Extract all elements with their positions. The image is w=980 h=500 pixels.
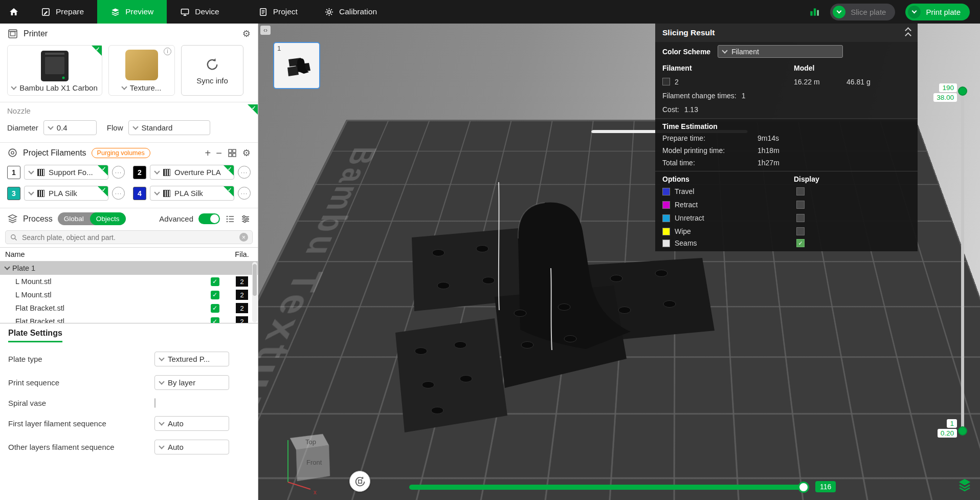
sidebar-collapse-handle[interactable]: ‹› [260, 26, 271, 35]
filament-1-badge[interactable]: 1 [7, 166, 20, 179]
filament-settings-gear-icon[interactable]: ⚙ [242, 148, 251, 158]
home-button[interactable] [0, 0, 28, 24]
filament-3-options-icon[interactable]: ··· [112, 187, 125, 200]
plate-type-field-select[interactable]: Textured P... [154, 352, 229, 366]
object-row[interactable]: L Mount.stl ✓ 2 [0, 288, 258, 301]
object-visible-checkbox[interactable]: ✓ [211, 291, 219, 299]
object-filament-badge[interactable]: 2 [236, 316, 248, 323]
remove-filament-icon[interactable]: − [216, 148, 222, 158]
travel-checkbox[interactable] [796, 187, 805, 195]
filaments-section-header: Project Filaments Purging volumes + − ⚙ [0, 143, 258, 163]
print-sequence-select[interactable]: By layer [154, 375, 229, 390]
filament-1-select[interactable]: Support Fo... [24, 165, 108, 180]
layer-slider-bottom-handle[interactable] [958, 426, 967, 436]
diameter-label: Diameter [7, 123, 38, 132]
print-plate-button[interactable]: Print plate [905, 4, 970, 20]
tab-calibration[interactable]: Calibration [311, 0, 390, 24]
scrollbar-thumb[interactable] [253, 264, 257, 296]
print-dropdown-chevron[interactable] [908, 6, 921, 18]
color-scheme-value: Filament [731, 48, 759, 56]
object-row[interactable]: Flat Bracket.stl ✓ 2 [0, 301, 258, 315]
object-row[interactable]: Flat Bracket.stl ✓ 2 [0, 315, 258, 323]
ams-icon[interactable] [227, 148, 237, 158]
filament-1-options-icon[interactable]: ··· [112, 166, 125, 179]
slice-plate-button[interactable]: Slice plate [830, 4, 895, 20]
layers-view-button[interactable] [957, 477, 972, 492]
color-scheme-select[interactable]: Filament [718, 45, 843, 58]
advanced-label: Advanced [159, 214, 193, 223]
object-filament-badge[interactable]: 2 [236, 303, 248, 313]
retract-checkbox[interactable] [796, 201, 805, 209]
other-layers-sequence-label: Other layers filament sequence [8, 443, 136, 451]
plate-texture-image [125, 50, 158, 80]
stats-icon[interactable] [809, 6, 820, 17]
process-list-icon[interactable] [225, 214, 235, 224]
object-row[interactable]: L Mount.stl ✓ 2 [0, 275, 258, 288]
view-rotate-button[interactable] [349, 471, 370, 492]
filament-2-select[interactable]: Overture PLA [150, 165, 234, 180]
advanced-toggle[interactable] [198, 213, 220, 224]
plate-info-icon[interactable]: i [164, 48, 171, 55]
print-sequence-label: Print sequence [8, 378, 136, 387]
plate-row[interactable]: Plate 1 [0, 262, 258, 275]
unretract-checkbox[interactable] [796, 214, 805, 222]
tab-calibration-label: Calibration [339, 7, 377, 16]
tab-prepare[interactable]: Prepare [28, 0, 97, 24]
object-filament-badge[interactable]: 2 [236, 290, 248, 300]
plate-type-select[interactable]: Texture... [122, 83, 162, 92]
viewport-3d[interactable]: Bambu Textured PEI Plate ‹› 1 [258, 24, 980, 500]
filament-3-name: PLA Silk [49, 189, 77, 198]
slicing-result-title: Slicing Result [662, 28, 715, 37]
object-visible-checkbox[interactable]: ✓ [211, 304, 219, 313]
slice-dropdown-chevron[interactable] [833, 6, 845, 18]
progress-handle[interactable] [798, 482, 809, 493]
process-tune-icon[interactable] [240, 214, 251, 224]
printer-settings-gear-icon[interactable]: ⚙ [242, 29, 251, 38]
scope-objects-button[interactable]: Objects [90, 212, 126, 225]
slicing-result-header[interactable]: Slicing Result [655, 24, 918, 42]
seams-checkbox[interactable]: ✓ [796, 239, 805, 247]
collapse-panel-icon[interactable] [906, 28, 910, 38]
filament-2-badge[interactable]: 2 [133, 166, 146, 179]
plate-settings-title[interactable]: Plate Settings [8, 329, 62, 342]
filament-3-badge[interactable]: 3 [7, 187, 20, 200]
plate-thumbnail-1[interactable]: 1 [273, 42, 320, 89]
diameter-select[interactable]: 0.4 [43, 120, 97, 135]
scope-global-button[interactable]: Global [58, 212, 90, 225]
printer-card[interactable]: Bambu Lab X1 Carbon [7, 45, 102, 96]
printer-model-select[interactable]: Bambu Lab X1 Carbon [12, 83, 98, 92]
tab-device-label: Device [195, 7, 219, 16]
filament-2-options-icon[interactable]: ··· [238, 166, 251, 179]
sync-icon [205, 57, 220, 72]
table-scrollbar[interactable] [252, 262, 257, 322]
layer-range-slider[interactable]: 190 38.00 1 0.20 [961, 91, 964, 431]
first-layer-sequence-select[interactable]: Auto [154, 416, 229, 431]
spool-icon [37, 169, 44, 176]
object-visible-checkbox[interactable]: ✓ [211, 277, 219, 286]
filament-4-badge[interactable]: 4 [133, 187, 146, 200]
search-input[interactable] [22, 233, 235, 242]
search-clear-icon[interactable]: × [239, 233, 248, 242]
filament-4-options-icon[interactable]: ··· [238, 187, 251, 200]
spiral-vase-checkbox[interactable] [154, 398, 155, 408]
model-printing-time-value: 1h18m [758, 146, 779, 155]
add-filament-icon[interactable]: + [205, 148, 211, 158]
object-visible-checkbox[interactable]: ✓ [211, 317, 219, 323]
total-time-value: 1h27m [758, 159, 779, 167]
sync-info-button[interactable]: Sync info [181, 45, 243, 96]
tab-preview[interactable]: Preview [97, 0, 167, 24]
object-filament-badge[interactable]: 2 [236, 276, 248, 287]
wipe-checkbox[interactable] [796, 227, 805, 235]
tab-project-label: Project [273, 7, 298, 16]
tab-device[interactable]: Device [167, 0, 232, 24]
layer-slider-top-handle[interactable] [958, 86, 967, 96]
other-layers-sequence-select[interactable]: Auto [154, 440, 229, 454]
purging-volumes-button[interactable]: Purging volumes [92, 148, 150, 158]
filament-4-select[interactable]: PLA Silk [150, 186, 234, 201]
tab-project[interactable]: Project [245, 0, 311, 24]
build-plate-card[interactable]: i Texture... [108, 45, 175, 96]
flow-select[interactable]: Standard [128, 120, 210, 135]
progress-track[interactable] [409, 485, 807, 490]
collapse-chevron-icon[interactable] [4, 264, 10, 270]
filament-3-select[interactable]: PLA Silk [24, 186, 108, 201]
